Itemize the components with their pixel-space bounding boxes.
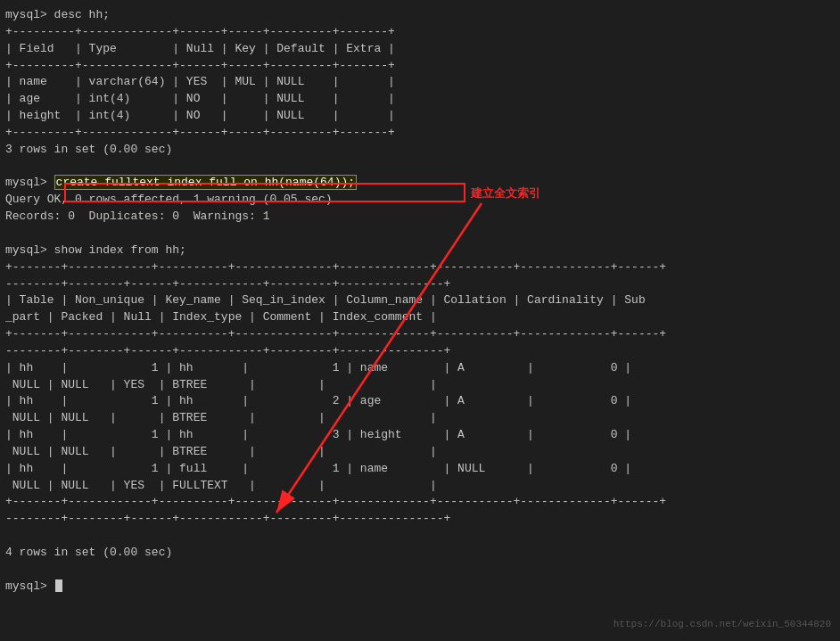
line-29: NULL | NULL | YES | FULLTEXT | | | [5,478,835,495]
line-21: --------+--------+------+------------+--… [5,343,835,360]
line-28: | hh | 1 | full | 1 | name | NULL | 0 | [5,461,835,478]
line-7: | height | int(4) | NO | | NULL | | [5,108,835,125]
line-34 [5,562,835,579]
line-30: +-------+------------+----------+-------… [5,494,835,511]
line-16: +-------+------------+----------+-------… [5,259,835,276]
line-26: | hh | 1 | hh | 3 | height | A | 0 | [5,427,835,444]
line-23: NULL | NULL | YES | BTREE | | | [5,377,835,394]
line-14 [5,226,835,242]
line-27: NULL | NULL | | BTREE | | | [5,444,835,461]
line-5: | name | varchar(64) | YES | MUL | NULL … [5,74,835,91]
line-20: +-------+------------+----------+-------… [5,326,835,343]
line-33: 4 rows in set (0.00 sec) [5,545,835,562]
watermark: https://blog.csdn.net/weixin_50344820 [614,618,831,632]
cursor [55,579,62,592]
line-9: 3 rows in set (0.00 sec) [5,142,835,159]
line-6: | age | int(4) | NO | | NULL | | [5,91,835,108]
line-1: mysql> desc hh; [5,7,835,24]
line-32 [5,528,835,545]
annotation-label-fulltext: 建立全文索引 [471,185,540,202]
annotation-box-command [64,183,465,202]
line-31: --------+--------+------+------------+--… [5,511,835,528]
line-18: | Table | Non_unique | Key_name | Seq_in… [5,292,835,309]
line-24: | hh | 1 | hh | 2 | age | A | 0 | [5,393,835,410]
line-2: +---------+-------------+------+-----+--… [5,24,835,41]
line-13: Records: 0 Duplicates: 0 Warnings: 1 [5,209,835,226]
line-22: | hh | 1 | hh | 1 | name | A | 0 | [5,360,835,377]
line-8: +---------+-------------+------+-----+--… [5,125,835,142]
terminal-window: mysql> desc hh; +---------+-------------… [0,0,840,641]
line-25: NULL | NULL | | BTREE | | | [5,410,835,427]
line-19: _part | Packed | Null | Index_type | Com… [5,309,835,326]
line-15: mysql> show index from hh; [5,242,835,259]
line-35: mysql> [5,579,835,596]
line-3: | Field | Type | Null | Key | Default | … [5,41,835,58]
line-10 [5,159,835,176]
line-17: --------+--------+------+------------+--… [5,276,835,293]
line-4: +---------+-------------+------+-----+--… [5,58,835,75]
